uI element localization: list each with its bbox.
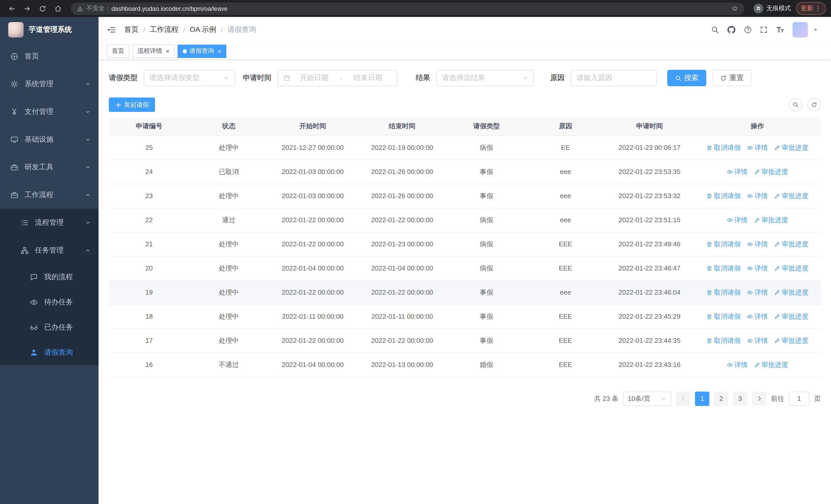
calendar-icon <box>283 75 290 82</box>
leave-type-select[interactable]: 请选择请假类型 <box>144 70 235 86</box>
sidebar-item-home[interactable]: 首页 <box>0 42 98 70</box>
progress-link[interactable]: 审批进度 <box>754 167 788 176</box>
cell-id: 21 <box>109 232 189 256</box>
chevron-up-icon <box>85 248 90 253</box>
cancel-link[interactable]: 取消请假 <box>706 239 741 249</box>
sidebar-item-done-tasks[interactable]: 已办任务 <box>0 315 98 340</box>
goto-page-input[interactable] <box>789 391 809 406</box>
cancel-link[interactable]: 取消请假 <box>706 336 741 345</box>
detail-link[interactable]: 详情 <box>726 360 748 369</box>
user-avatar[interactable] <box>793 22 808 37</box>
sidebar-item-system[interactable]: 系统管理 <box>0 70 98 98</box>
search-icon[interactable] <box>711 26 719 34</box>
leave-type-label: 请假类型 <box>109 73 138 83</box>
refresh-icon <box>811 101 817 108</box>
detail-link[interactable]: 详情 <box>747 264 768 273</box>
sidebar: 芋道管理系统 首页系统管理支付管理基础设施研发工具工作流程流程管理任务管理我的流… <box>0 17 98 504</box>
cancel-link[interactable]: 取消请假 <box>706 288 741 297</box>
help-icon[interactable] <box>744 26 752 34</box>
refresh-table-button[interactable] <box>807 98 821 111</box>
app-root: 不安全 dashboard.yudao.iocoder.cn/bpm/oa/le… <box>0 0 831 504</box>
cancel-link[interactable]: 取消请假 <box>706 264 741 273</box>
browser-menu-icon[interactable] <box>814 5 821 12</box>
back-button[interactable] <box>5 2 19 15</box>
total-count: 共 23 条 <box>594 394 619 403</box>
cell-start: 2022-01-04 00:00:00 <box>268 353 357 377</box>
github-icon[interactable] <box>727 25 736 34</box>
toggle-search-button[interactable] <box>789 98 802 111</box>
sidebar-item-infrastructure[interactable]: 基础设施 <box>0 126 98 153</box>
prev-page-button[interactable] <box>676 391 690 406</box>
progress-link[interactable]: 审批进度 <box>774 143 808 152</box>
fullscreen-icon[interactable] <box>760 26 768 34</box>
close-icon[interactable]: × <box>218 48 221 54</box>
page-size-select[interactable]: 10条/页 <box>623 391 671 406</box>
font-size-icon[interactable] <box>776 25 785 34</box>
tab-首页[interactable]: 首页 <box>107 45 130 58</box>
update-button[interactable]: 更新 <box>796 2 826 15</box>
detail-link[interactable]: 详情 <box>747 312 768 321</box>
detail-link[interactable]: 详情 <box>747 336 768 345</box>
create-leave-button[interactable]: 发起请假 <box>109 97 155 112</box>
reason-input[interactable]: 请输入原因 <box>571 70 657 86</box>
table-row: 25处理中2021-12-27 00:00:002022-01-19 00:00… <box>109 136 821 159</box>
sidebar-item-process-mgmt[interactable]: 流程管理 <box>0 209 98 237</box>
progress-link[interactable]: 审批进度 <box>774 336 808 345</box>
sidebar-item-workflow[interactable]: 工作流程 <box>0 181 98 209</box>
breadcrumb-item[interactable]: OA 示例 <box>190 25 216 34</box>
search-button[interactable]: 搜索 <box>667 70 706 86</box>
cancel-link[interactable]: 取消请假 <box>706 312 741 321</box>
column-header: 申请时间 <box>605 117 694 136</box>
page-button-1[interactable]: 1 <box>695 391 709 406</box>
briefcase-icon <box>10 163 19 171</box>
close-icon[interactable]: × <box>166 48 169 54</box>
tab-流程详情[interactable]: 流程详情× <box>133 45 174 58</box>
avatar-caret-icon[interactable] <box>812 27 819 33</box>
bookmark-star-icon[interactable] <box>732 5 738 12</box>
page-button-3[interactable]: 3 <box>733 391 747 406</box>
edit-icon <box>774 241 780 247</box>
sidebar-item-payment[interactable]: 支付管理 <box>0 98 98 126</box>
apply-time-range-picker[interactable]: 开始日期 - 结束日期 <box>278 70 397 86</box>
reload-button[interactable] <box>36 2 49 15</box>
breadcrumb-item[interactable]: 工作流程 <box>150 25 179 34</box>
sidebar-item-leave-query[interactable]: 请假查询 <box>0 340 98 365</box>
forward-button[interactable] <box>21 2 34 15</box>
progress-link[interactable]: 审批进度 <box>754 215 788 225</box>
detail-link[interactable]: 详情 <box>726 215 748 225</box>
sidebar-item-devtools[interactable]: 研发工具 <box>0 153 98 181</box>
detail-link[interactable]: 详情 <box>747 288 768 297</box>
hamburger-icon[interactable] <box>107 25 116 34</box>
detail-link[interactable]: 详情 <box>747 191 768 200</box>
home-button[interactable] <box>51 2 65 15</box>
address-bar[interactable]: 不安全 dashboard.yudao.iocoder.cn/bpm/oa/le… <box>71 2 744 14</box>
progress-link[interactable]: 审批进度 <box>774 239 808 249</box>
cell-reason: EEE <box>526 328 605 353</box>
next-page-button[interactable] <box>752 391 766 406</box>
reset-button[interactable]: 重置 <box>712 70 751 86</box>
result-select[interactable]: 请选择流结果 <box>436 70 534 86</box>
active-tab-dot <box>183 49 187 53</box>
page-button-2[interactable]: 2 <box>714 391 728 406</box>
sidebar-item-task-mgmt[interactable]: 任务管理 <box>0 237 98 264</box>
column-header: 原因 <box>526 117 605 136</box>
sidebar-item-my-process[interactable]: 我的流程 <box>0 264 98 290</box>
progress-link[interactable]: 审批进度 <box>754 360 788 369</box>
breadcrumb-item[interactable]: 首页 <box>124 25 139 34</box>
detail-link[interactable]: 详情 <box>726 167 748 176</box>
chevron-right-icon <box>756 395 763 402</box>
progress-link[interactable]: 审批进度 <box>774 312 808 321</box>
progress-link[interactable]: 审批进度 <box>774 191 808 200</box>
cancel-link[interactable]: 取消请假 <box>706 191 741 200</box>
cancel-link[interactable]: 取消请假 <box>706 143 741 152</box>
breadcrumb-separator: / <box>221 26 223 34</box>
progress-link[interactable]: 审批进度 <box>774 264 808 273</box>
filter-form: 请假类型 请选择请假类型 申请时间 开始日期 - 结束日期 <box>109 70 821 86</box>
tab-请假查询[interactable]: 请假查询× <box>178 45 226 58</box>
tab-label: 流程详情 <box>138 47 162 55</box>
cell-end: 2022-01-11 00:00:00 <box>357 304 447 328</box>
sidebar-item-todo-tasks[interactable]: 待办任务 <box>0 290 98 315</box>
detail-link[interactable]: 详情 <box>747 143 768 152</box>
progress-link[interactable]: 审批进度 <box>774 288 808 297</box>
detail-link[interactable]: 详情 <box>747 239 768 249</box>
